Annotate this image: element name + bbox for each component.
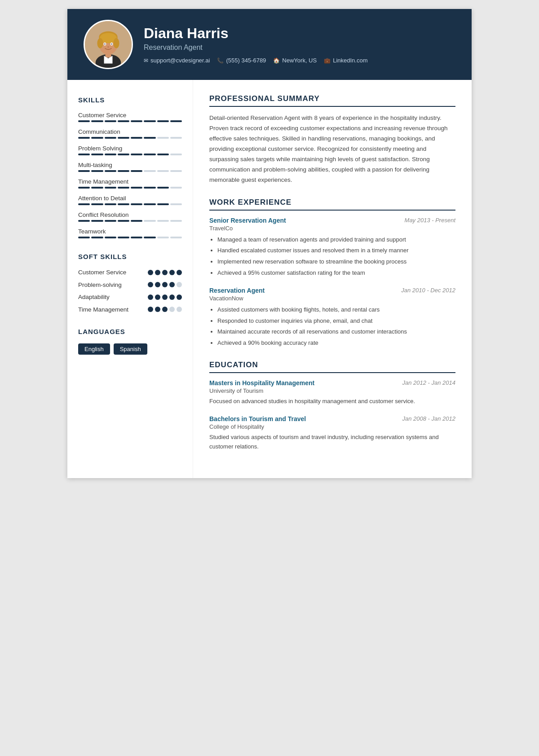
skill-bar-segment bbox=[78, 120, 90, 122]
skill-item: Attention to Detail bbox=[78, 195, 182, 205]
contact-linkedin: 💼LinkedIn.com bbox=[324, 57, 367, 64]
svg-point-11 bbox=[111, 44, 112, 45]
job-bullets: Managed a team of reservation agents and… bbox=[209, 235, 455, 278]
education-section: EDUCATION Masters in Hospitality Managem… bbox=[209, 360, 455, 451]
skill-bar bbox=[78, 220, 182, 222]
skill-bar-segment bbox=[157, 237, 169, 238]
dot bbox=[177, 294, 182, 300]
skill-bar-segment bbox=[131, 203, 142, 205]
dot bbox=[177, 270, 182, 275]
svg-point-6 bbox=[97, 38, 103, 48]
job-bullet: Assisted customers with booking flights,… bbox=[217, 305, 455, 315]
jobs-list: Senior Reservation Agent May 2013 - Pres… bbox=[209, 217, 455, 348]
languages-section: LANGUAGES EnglishSpanish bbox=[78, 328, 182, 355]
svg-point-7 bbox=[113, 38, 119, 48]
job-title: Reservation Agent bbox=[209, 287, 265, 294]
skill-bar-segment bbox=[78, 203, 90, 205]
skill-bar bbox=[78, 137, 182, 139]
skill-bar-segment bbox=[91, 170, 103, 172]
dot bbox=[155, 282, 160, 287]
skill-bar bbox=[78, 237, 182, 238]
skill-name: Time Management bbox=[78, 178, 182, 185]
summary-title: PROFESSIONAL SUMMARY bbox=[209, 94, 455, 107]
skill-bar-segment bbox=[105, 220, 116, 222]
dot bbox=[148, 270, 153, 275]
skill-name: Teamwork bbox=[78, 228, 182, 235]
skill-bar-segment bbox=[78, 137, 90, 139]
language-badge: Spanish bbox=[114, 343, 147, 355]
job-bullet: Achieved a 95% customer satisfaction rat… bbox=[217, 268, 455, 278]
soft-skill-dots bbox=[148, 294, 182, 300]
skill-name: Attention to Detail bbox=[78, 195, 182, 202]
soft-skill-item: Time Management bbox=[78, 306, 182, 314]
dot bbox=[155, 294, 160, 300]
dot bbox=[169, 307, 175, 312]
dot bbox=[169, 282, 175, 287]
skill-bar bbox=[78, 187, 182, 189]
skill-bar-segment bbox=[105, 170, 116, 172]
job-header: Reservation Agent Jan 2010 - Dec 2012 bbox=[209, 287, 455, 294]
skill-bar-segment bbox=[157, 187, 169, 189]
languages-title: LANGUAGES bbox=[78, 328, 182, 335]
job-entry: Senior Reservation Agent May 2013 - Pres… bbox=[209, 217, 455, 278]
skill-bar-segment bbox=[131, 220, 142, 222]
skill-bar-segment bbox=[144, 237, 155, 238]
soft-skills-list: Customer ServiceProblem-solvingAdaptabil… bbox=[78, 268, 182, 313]
job-bullets: Assisted customers with booking flights,… bbox=[209, 305, 455, 348]
svg-point-12 bbox=[107, 46, 109, 48]
soft-skill-name: Time Management bbox=[78, 306, 148, 314]
skills-title: SKILLS bbox=[78, 96, 182, 104]
skill-item: Problem Solving bbox=[78, 145, 182, 155]
skill-name: Conflict Resolution bbox=[78, 211, 182, 218]
skill-bar bbox=[78, 203, 182, 205]
edu-description: Studied various aspects of tourism and t… bbox=[209, 433, 455, 452]
contact-text: support@cvdesigner.ai bbox=[150, 57, 210, 64]
skills-list: Customer ServiceCommunicationProblem Sol… bbox=[78, 112, 182, 238]
job-dates: Jan 2010 - Dec 2012 bbox=[401, 287, 455, 294]
skill-bar-segment bbox=[105, 120, 116, 122]
email-icon: ✉ bbox=[144, 57, 148, 64]
skill-bar-segment bbox=[91, 237, 103, 238]
contact-text: (555) 345-6789 bbox=[226, 57, 266, 64]
skill-bar-segment bbox=[118, 154, 129, 155]
edu-description: Focused on advanced studies in hospitali… bbox=[209, 397, 455, 406]
soft-skill-dots bbox=[148, 282, 182, 287]
edu-header: Bachelors in Tourism and Travel Jan 2008… bbox=[209, 415, 455, 422]
skill-bar-segment bbox=[144, 137, 155, 139]
soft-skill-name: Problem-solving bbox=[78, 281, 148, 289]
job-header: Senior Reservation Agent May 2013 - Pres… bbox=[209, 217, 455, 224]
skill-bar-segment bbox=[157, 170, 169, 172]
edu-degree: Bachelors in Tourism and Travel bbox=[209, 415, 306, 422]
skill-bar-segment bbox=[144, 203, 155, 205]
avatar bbox=[84, 20, 133, 69]
skill-bar-segment bbox=[157, 154, 169, 155]
skill-bar-segment bbox=[118, 170, 129, 172]
summary-section: PROFESSIONAL SUMMARY Detail-oriented Res… bbox=[209, 94, 455, 185]
location-icon: 🏠 bbox=[273, 57, 280, 64]
soft-skill-item: Problem-solving bbox=[78, 281, 182, 289]
dot bbox=[148, 294, 153, 300]
skill-bar bbox=[78, 170, 182, 172]
skill-bar-segment bbox=[170, 203, 182, 205]
job-bullet: Responded to customer inquiries via phon… bbox=[217, 316, 455, 326]
sidebar: SKILLS Customer ServiceCommunicationProb… bbox=[67, 80, 193, 478]
skill-bar-segment bbox=[170, 120, 182, 122]
phone-icon: 📞 bbox=[217, 57, 224, 64]
skill-bar-segment bbox=[91, 154, 103, 155]
resume-page: Diana Harris Reservation Agent ✉support@… bbox=[67, 9, 472, 478]
soft-skill-name: Adaptability bbox=[78, 293, 148, 301]
skill-bar-segment bbox=[170, 170, 182, 172]
job-bullet: Achieved a 90% booking accuracy rate bbox=[217, 338, 455, 348]
skill-item: Multi-tasking bbox=[78, 162, 182, 172]
edu-entry: Bachelors in Tourism and Travel Jan 2008… bbox=[209, 415, 455, 452]
job-bullet: Maintained accurate records of all reser… bbox=[217, 327, 455, 337]
work-title: WORK EXPERIENCE bbox=[209, 198, 455, 211]
skill-bar-segment bbox=[91, 120, 103, 122]
skill-bar-segment bbox=[144, 120, 155, 122]
job-dates: May 2013 - Present bbox=[405, 217, 455, 224]
skill-name: Problem Solving bbox=[78, 145, 182, 152]
job-title: Senior Reservation Agent bbox=[209, 217, 286, 224]
skill-bar-segment bbox=[91, 187, 103, 189]
edu-header: Masters in Hospitality Management Jan 20… bbox=[209, 379, 455, 387]
job-bullet: Implemented new reservation software to … bbox=[217, 257, 455, 267]
